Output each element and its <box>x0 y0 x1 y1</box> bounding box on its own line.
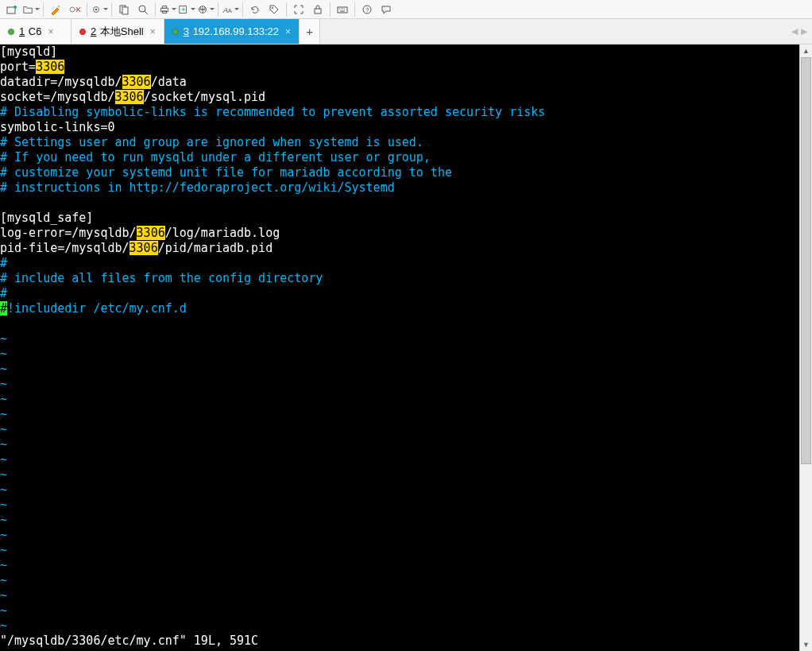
svg-point-7 <box>139 6 145 12</box>
tabs-bar: 1 C6×2 本地Shell×3 192.168.99.133:22× + ◀ … <box>0 19 812 45</box>
terminal-line: [mysqld] <box>0 45 812 60</box>
tab-session-3[interactable]: 3 192.168.99.133:22× <box>164 19 300 44</box>
tabs-nav: ◀ ▶ <box>787 19 812 44</box>
new-tab-icon[interactable] <box>3 1 21 18</box>
terminal-tilde: ~ <box>0 618 812 634</box>
terminal-line: # Disabling symbolic-links is recommende… <box>0 105 812 120</box>
terminal-tilde: ~ <box>0 347 812 362</box>
terminal-line: #!includedir /etc/my.cnf.d <box>0 301 812 316</box>
terminal-tilde: ~ <box>0 482 812 498</box>
terminal-tilde: ~ <box>0 498 812 513</box>
terminal-tilde: ~ <box>0 331 812 347</box>
tab-add-button[interactable]: + <box>300 19 320 44</box>
svg-rect-17 <box>338 7 347 13</box>
svg-rect-6 <box>122 7 128 14</box>
scroll-thumb[interactable] <box>801 57 811 464</box>
tab-next-icon[interactable]: ▶ <box>801 26 807 37</box>
svg-point-4 <box>95 8 98 10</box>
terminal-line: port=3306 <box>0 60 812 75</box>
tab-label: 2 本地Shell <box>91 25 144 39</box>
terminal-tilde: ~ <box>0 392 812 407</box>
terminal-tilde: ~ <box>0 452 812 467</box>
separator <box>330 2 331 17</box>
separator <box>218 2 218 17</box>
terminal-tilde: ~ <box>0 528 812 543</box>
close-icon[interactable]: × <box>46 26 55 37</box>
terminal-line: # include all files from the config dire… <box>0 271 812 286</box>
tab-label: 3 192.168.99.133:22 <box>184 25 279 37</box>
copy-icon[interactable] <box>115 1 133 18</box>
fullscreen-icon[interactable] <box>290 1 307 18</box>
refresh-icon[interactable] <box>246 1 264 18</box>
tab-prev-icon[interactable]: ◀ <box>791 26 798 37</box>
close-icon[interactable]: × <box>149 26 157 37</box>
separator <box>242 2 243 17</box>
terminal-tilde: ~ <box>0 603 812 618</box>
separator <box>354 2 355 17</box>
svg-point-1 <box>58 6 60 7</box>
terminal-tilde: ~ <box>0 588 812 603</box>
terminal-tilde: ~ <box>0 437 812 452</box>
terminal-line: [mysqld_safe] <box>0 211 812 226</box>
terminal-line: # customize your systemd unit file for m… <box>0 165 812 180</box>
help-icon[interactable]: ? <box>358 1 376 18</box>
terminal-tilde: ~ <box>0 513 812 528</box>
separator <box>155 2 156 17</box>
search-icon[interactable] <box>134 1 152 18</box>
tab-session-2[interactable]: 2 本地Shell× <box>72 19 164 44</box>
scrollbar[interactable]: ▲ ▼ <box>799 45 812 651</box>
scroll-down-icon[interactable]: ▼ <box>800 638 812 651</box>
terminal-line: log-error=/mysqldb/3306/log/mariadb.log <box>0 226 812 241</box>
settings-icon[interactable] <box>91 1 108 18</box>
terminal-tilde: ~ <box>0 407 812 422</box>
svg-point-2 <box>70 7 75 12</box>
terminal-line: # Settings user and group are ignored wh… <box>0 135 812 150</box>
svg-rect-0 <box>7 7 15 14</box>
terminal-line: # instructions in http://fedoraproject.o… <box>0 180 812 196</box>
status-dot <box>79 29 86 35</box>
svg-text:A: A <box>228 7 232 13</box>
status-dot <box>8 29 14 35</box>
tab-label: 1 C6 <box>19 25 41 37</box>
tab-session-1[interactable]: 1 C6× <box>0 19 72 44</box>
terminal-tilde: ~ <box>0 543 812 558</box>
svg-rect-16 <box>315 9 321 14</box>
terminal-tilde: ~ <box>0 422 812 437</box>
terminal-line: # <box>0 286 812 301</box>
terminal-tilde: ~ <box>0 362 812 377</box>
scroll-track[interactable] <box>800 57 812 638</box>
terminal-line: # If you need to run mysqld under a diff… <box>0 150 812 165</box>
terminal-tilde: ~ <box>0 573 812 588</box>
chat-icon[interactable] <box>377 1 395 18</box>
terminal-tilde: ~ <box>0 467 812 482</box>
separator <box>87 2 87 17</box>
keyboard-icon[interactable] <box>334 1 351 18</box>
svg-point-15 <box>272 7 273 9</box>
tag-icon[interactable] <box>265 1 283 18</box>
terminal-tilde: ~ <box>0 377 812 392</box>
wand-icon[interactable] <box>47 1 64 18</box>
globe-icon[interactable] <box>197 1 215 18</box>
print-icon[interactable] <box>159 1 176 18</box>
scroll-up-icon[interactable]: ▲ <box>800 45 812 57</box>
terminal-line <box>0 196 812 211</box>
transfer-icon[interactable] <box>178 1 195 18</box>
svg-rect-9 <box>162 6 166 8</box>
terminal-tilde: ~ <box>0 558 812 573</box>
terminal-line: # <box>0 256 812 271</box>
open-icon[interactable] <box>22 1 40 18</box>
terminal[interactable]: [mysqld]port=3306datadir=/mysqldb/3306/d… <box>0 45 812 651</box>
terminal-line: socket=/mysqldb/3306/socket/mysql.pid <box>0 90 812 105</box>
font-icon[interactable]: AA <box>222 1 239 18</box>
status-dot <box>172 29 179 35</box>
svg-text:?: ? <box>365 6 369 14</box>
lock-icon[interactable] <box>309 1 327 18</box>
close-icon[interactable]: × <box>284 26 292 37</box>
vi-status-line: "/mysqldb/3306/etc/my.cnf" 19L, 591C <box>0 634 812 649</box>
terminal-line: symbolic-links=0 <box>0 120 812 135</box>
terminal-line <box>0 316 812 331</box>
disconnect-icon[interactable] <box>66 1 83 18</box>
separator <box>286 2 287 17</box>
terminal-line: datadir=/mysqldb/3306/data <box>0 75 812 90</box>
terminal-line: pid-file=/mysqldb/3306/pid/mariadb.pid <box>0 241 812 256</box>
